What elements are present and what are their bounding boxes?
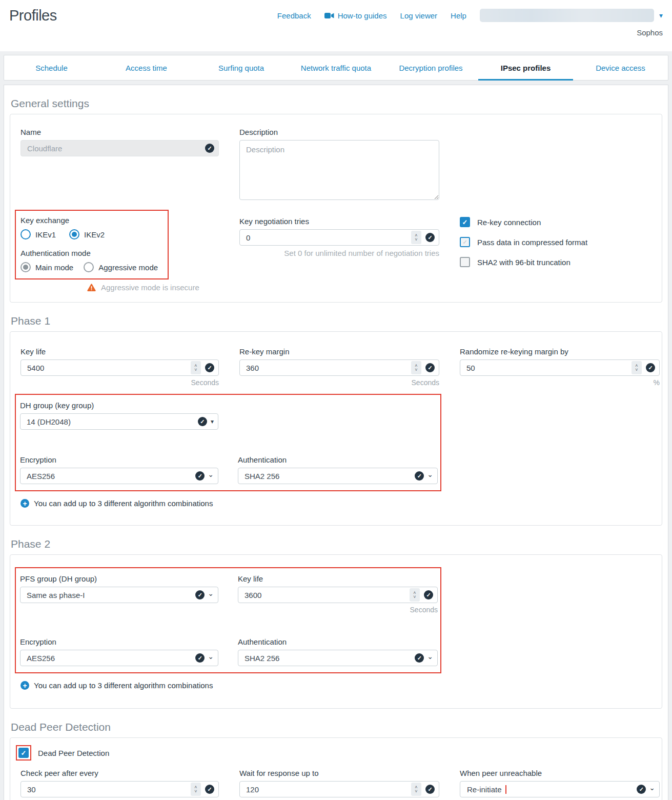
valid-check-icon: ✓ [198,417,207,426]
tab-ipsec-profiles[interactable]: IPsec profiles [478,55,573,80]
valid-check-icon: ✓ [205,363,214,372]
dpd-wait-label: Wait for response up to [239,769,439,777]
radio-ikev1[interactable] [21,229,31,239]
radio-ikev2[interactable] [69,229,79,239]
radio-ikev1-label: IKEv1 [35,230,56,239]
chevron-down-icon: ⌄ [649,784,655,792]
p1-key-life-label: Key life [21,347,219,356]
valid-check-icon: ✓ [415,471,424,481]
description-field-group: Description [239,128,439,202]
p2-authentication-field: Authentication SHA2 256 ✓ ⌄ [238,637,438,666]
tab-bar: Schedule Access time Surfing quota Netwo… [4,55,668,81]
chevron-down-icon[interactable]: ▾ [659,11,663,19]
add-icon[interactable]: + [21,681,29,690]
tab-access-time[interactable]: Access time [99,55,194,80]
p1-key-life-group: Key life 5400 ˄˅ ✓ Seconds [21,347,219,387]
valid-check-icon: ✓ [424,590,433,599]
annotation-box-phase1-algorithms: DH group (key group) 14 (DH2048) ✓ ▾ Enc… [15,394,441,491]
number-spinner[interactable]: ˄ ˅ [411,231,421,244]
page-title: Profiles [9,7,57,24]
dpd-check-peer-group: Check peer after every 30 ˄˅ ✓ Seconds [21,769,219,800]
p1-rekey-margin-input[interactable]: 360 ˄˅ ✓ [239,359,439,376]
p2-key-life-input[interactable]: 3600 ˄˅ ✓ [238,587,438,603]
dpd-enable-checkbox[interactable]: ✓ [18,748,29,758]
chevron-down-icon: ⌄ [208,652,214,661]
warning-triangle-icon [87,284,96,291]
howto-guides-link[interactable]: How-to guides [324,11,387,20]
p1-randomize-input[interactable]: 50 ˄˅ ✓ [460,359,660,376]
dpd-wait-group: Wait for response up to 120 ˄˅ ✓ Seconds [239,769,439,800]
valid-check-icon: ✓ [205,144,214,153]
dpd-enable-label: Dead Peer Detection [38,749,109,757]
tab-decryption-profiles[interactable]: Decryption profiles [383,55,478,80]
p1-dh-group-field: DH group (key group) 14 (DH2048) ✓ ▾ [20,401,218,430]
p1-add-combination-hint: + You can add up to 3 different algorith… [21,499,651,508]
radio-aggressive-mode-label: Aggressive mode [98,263,158,272]
p1-dh-group-select[interactable]: 14 (DH2048) ✓ ▾ [20,413,218,430]
tab-surfing-quota[interactable]: Surfing quota [194,55,289,80]
rekey-connection-checkbox[interactable]: ✓ [460,217,470,227]
p2-pfs-select[interactable]: Same as phase-I ✓ ⌄ [20,587,218,603]
valid-check-icon: ✓ [205,785,214,794]
dpd-check-peer-input[interactable]: 30 ˄˅ ✓ [21,781,219,797]
p2-authentication-label: Authentication [238,637,438,646]
account-selector[interactable] [480,9,654,22]
p1-encryption-select[interactable]: AES256 ✓ ⌄ [20,468,218,484]
p1-dh-group-label: DH group (key group) [20,401,218,410]
help-link[interactable]: Help [451,11,466,20]
dpd-wait-input[interactable]: 120 ˄˅ ✓ [239,781,439,797]
compressed-format-checkbox[interactable]: ✓ [460,237,470,247]
tab-network-traffic-quota[interactable]: Network traffic quota [289,55,383,80]
annotation-box-dpd-checkbox: ✓ [16,745,31,761]
key-exchange-label: Key exchange [21,216,166,225]
valid-check-icon: ✓ [425,785,435,794]
radio-aggressive-mode[interactable] [84,262,94,272]
header-right: Feedback How-to guides Log viewer Help ▾… [277,7,663,37]
description-textarea[interactable] [239,140,439,200]
key-negotiation-help: Set 0 for unlimited number of negotiatio… [239,249,439,257]
p2-authentication-select[interactable]: SHA2 256 ✓ ⌄ [238,650,438,666]
key-negotiation-input[interactable]: 0 ˄ ˅ ✓ [239,229,439,246]
phase2-heading: Phase 2 [11,538,662,550]
p1-key-life-input[interactable]: 5400 ˄˅ ✓ [21,359,219,376]
chevron-down-icon: ⌄ [208,470,214,478]
p2-encryption-select[interactable]: AES256 ✓ ⌄ [20,650,218,666]
annotation-box-reinitiate: Re-initiate [466,785,506,794]
valid-check-icon: ✓ [195,471,205,481]
number-spinner[interactable]: ˄˅ [411,783,421,796]
general-settings-heading: General settings [11,97,662,110]
radio-ikev2-label: IKEv2 [84,230,105,239]
dpd-unreachable-select[interactable]: Re-initiate ✓ ⌄ [460,781,660,797]
tab-schedule[interactable]: Schedule [4,55,99,80]
tab-device-access[interactable]: Device access [573,55,668,80]
number-spinner[interactable]: ˄˅ [410,588,420,602]
dpd-enable-row: ✓ Dead Peer Detection [21,745,651,761]
name-label: Name [21,128,219,136]
valid-check-icon: ✓ [415,653,424,663]
chevron-down-icon: ⌄ [208,589,214,597]
add-icon[interactable]: + [21,499,29,508]
key-negotiation-field-group: Key negotiation tries 0 ˄ ˅ ✓ Set 0 for … [239,210,439,257]
number-spinner[interactable]: ˄˅ [191,783,201,796]
annotation-box-phase2-algorithms: PFS group (DH group) Same as phase-I ✓ ⌄… [15,567,441,673]
p1-encryption-field: Encryption AES256 ✓ ⌄ [20,455,218,484]
brand-label: Sophos [637,28,663,37]
video-camera-icon [324,12,334,19]
number-spinner[interactable]: ˄˅ [632,361,642,374]
p1-authentication-label: Authentication [238,455,438,464]
log-viewer-link[interactable]: Log viewer [400,11,438,20]
p1-rekey-margin-group: Re-key margin 360 ˄˅ ✓ Seconds [239,347,439,387]
feedback-link[interactable]: Feedback [277,11,311,20]
p2-pfs-group-field: PFS group (DH group) Same as phase-I ✓ ⌄ [20,574,218,603]
number-spinner[interactable]: ˄˅ [191,361,201,374]
phase1-panel: Key life 5400 ˄˅ ✓ Seconds Re-key margin… [10,331,662,526]
number-spinner[interactable]: ˄˅ [411,361,421,374]
p1-authentication-select[interactable]: SHA2 256 ✓ ⌄ [238,468,438,484]
annotation-box-key-exchange: Key exchange IKEv1 IKEv2 Authentication … [15,210,169,279]
valid-check-icon: ✓ [425,233,435,242]
radio-main-mode[interactable] [21,262,31,272]
sha2-truncation-checkbox[interactable] [460,257,470,267]
valid-check-icon: ✓ [637,785,646,794]
key-negotiation-label: Key negotiation tries [239,217,439,226]
p1-rekey-margin-label: Re-key margin [239,347,439,356]
